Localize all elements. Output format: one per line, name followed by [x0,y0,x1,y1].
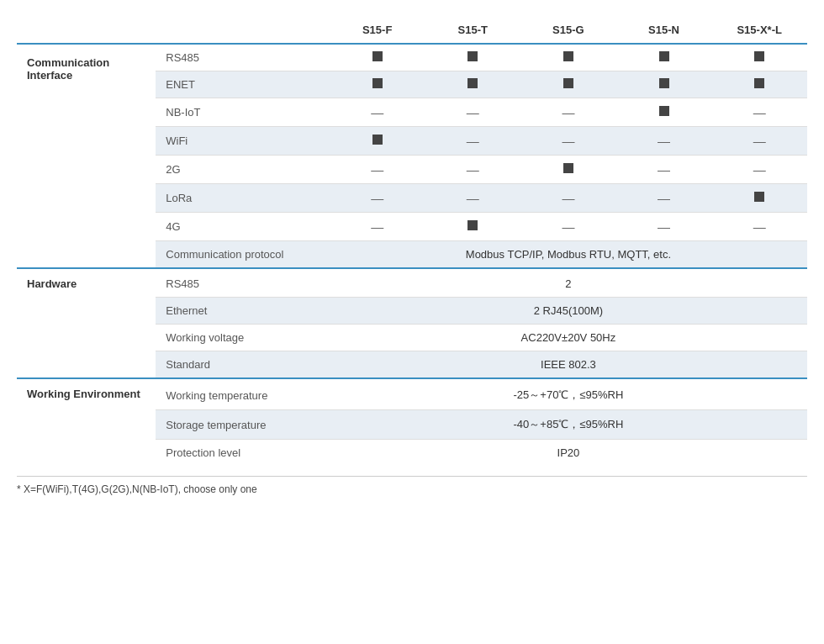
value-cell [616,98,712,127]
value-cell: — [616,156,712,184]
dash-icon: — [467,134,479,148]
category-cell: Working Environment [17,378,156,466]
header-feature [156,17,330,44]
check-icon [563,163,573,173]
category-cell: Hardware [17,268,156,378]
value-cell-span: 2 [330,268,807,298]
value-cell: — [711,127,807,156]
dash-icon: — [562,219,574,234]
check-icon [563,51,573,61]
dash-icon: — [658,191,670,205]
check-icon [659,51,669,61]
value-cell [425,213,520,241]
value-cell: — [330,213,425,241]
check-icon [467,220,478,230]
value-cell-span: IEEE 802.3 [330,351,807,379]
header-s15t: S15-T [425,17,520,44]
spec-table: S15-F S15-T S15-G S15-N S15-X*-L Communi… [17,17,807,466]
value-cell-span: 2 RJ45(100M) [330,298,807,325]
value-cell: — [330,184,425,213]
table-row: HardwareRS4852 [17,268,807,298]
value-cell: — [520,98,616,127]
feature-cell: LoRa [156,184,330,213]
feature-cell: 4G [156,213,330,241]
feature-cell: Communication protocol [156,241,330,269]
dash-icon: — [753,162,766,177]
feature-cell: Working voltage [156,325,330,351]
header-s15xl: S15-X*-L [711,17,807,44]
dash-icon: — [658,219,670,234]
feature-cell: ENET [156,71,330,98]
dash-icon: — [658,162,670,177]
header-category [17,17,156,44]
value-cell: — [616,213,712,241]
value-cell [330,127,425,156]
check-icon [754,51,764,61]
dash-icon: — [562,134,574,148]
feature-cell: NB-IoT [156,98,330,127]
value-cell: — [520,184,616,213]
value-cell: — [425,156,520,184]
value-cell [520,44,616,71]
value-cell: — [425,127,520,156]
check-icon [372,78,383,88]
value-cell: — [330,156,425,184]
value-cell: — [425,98,520,127]
dash-icon: — [467,191,479,205]
check-icon [467,78,478,88]
check-icon [754,192,764,202]
feature-cell: Ethernet [156,298,330,325]
header-s15f: S15-F [330,17,425,44]
value-cell: — [711,213,807,241]
check-icon [563,78,573,88]
value-cell [616,71,712,98]
value-cell [330,71,425,98]
dash-icon: — [753,134,766,148]
dash-icon: — [658,134,670,148]
value-cell: — [520,213,616,241]
value-cell [711,44,807,71]
dash-icon: — [467,105,479,119]
value-cell [616,44,712,71]
header-s15n: S15-N [616,17,712,44]
check-icon [659,78,669,88]
check-icon [754,78,764,88]
value-cell [425,44,520,71]
value-cell: — [711,156,807,184]
value-cell: — [711,98,807,127]
value-cell [520,156,616,184]
value-cell: — [425,184,520,213]
value-cell: — [520,127,616,156]
check-icon [372,135,383,145]
dash-icon: — [467,162,479,177]
feature-cell: Working temperature [156,378,330,410]
feature-cell: Protection level [156,440,330,467]
value-cell-span: AC220V±20V 50Hz [330,325,807,351]
value-cell [711,184,807,213]
table-header: S15-F S15-T S15-G S15-N S15-X*-L [17,17,807,44]
feature-cell: RS485 [156,268,330,298]
table-row: Communication InterfaceRS485 [17,44,807,71]
dash-icon: — [371,219,383,234]
value-cell-span: -25～+70℃，≤95%RH [330,378,807,410]
dash-icon: — [562,105,574,119]
feature-cell: Standard [156,351,330,379]
header-s15g: S15-G [520,17,616,44]
dash-icon: — [371,105,383,119]
value-cell: — [616,127,712,156]
feature-cell: RS485 [156,44,330,71]
feature-cell: Storage temperature [156,410,330,440]
value-cell-span: Modbus TCP/IP, Modbus RTU, MQTT, etc. [330,241,807,269]
value-cell-span: -40～+85℃，≤95%RH [330,410,807,440]
check-icon [467,51,478,61]
dash-icon: — [371,191,383,205]
dash-icon: — [753,219,766,234]
category-cell: Communication Interface [17,44,156,268]
dash-icon: — [562,191,574,205]
check-icon [372,51,383,61]
feature-cell: 2G [156,156,330,184]
value-cell: — [330,98,425,127]
value-cell [711,71,807,98]
value-cell [520,71,616,98]
dash-icon: — [753,105,766,119]
